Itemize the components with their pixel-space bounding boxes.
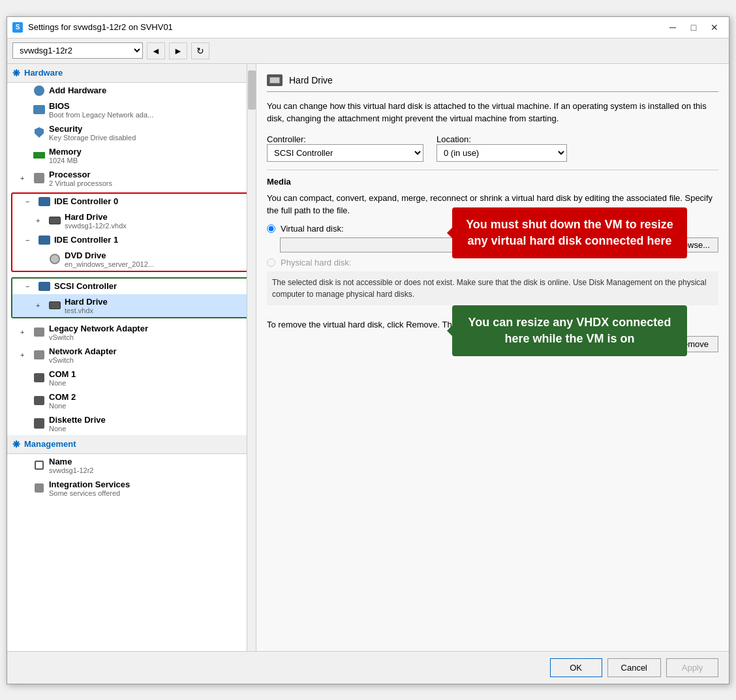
dvd-label: DVD Drive [65, 251, 154, 260]
sidebar-item-scsi-hdd[interactable]: + Hard Drive test.vhdx [12, 294, 251, 317]
window-icon: S [12, 22, 23, 33]
bios-label: BIOS [49, 101, 153, 111]
sidebar-item-scsi[interactable]: − SCSI Controller [12, 279, 251, 294]
com2-label: COM 2 [49, 392, 76, 402]
legacy-net-icon [34, 327, 44, 337]
back-button[interactable]: ◄ [147, 42, 165, 59]
management-label: Management [24, 439, 76, 449]
bios-icon [33, 105, 45, 114]
legacy-net-label: Legacy Network Adapter [49, 324, 148, 333]
sidebar-item-memory[interactable]: Memory 1024 MB [7, 144, 256, 167]
ide0-hdd-expand: + [36, 217, 45, 224]
diskette-icon [34, 418, 44, 429]
vm-selector[interactable]: svwdsg1-12r2 [12, 42, 143, 59]
scsi-hdd-sub: test.vhdx [65, 307, 108, 314]
com2-sub: None [49, 402, 76, 410]
com1-icon [34, 373, 44, 382]
sidebar-item-com1[interactable]: COM 1 None [7, 367, 256, 389]
net-adapter-sub: vSwitch [49, 356, 117, 364]
memory-icon [33, 152, 45, 159]
minimize-button[interactable]: ─ [664, 21, 682, 34]
dvd-sub: en_windows_server_2012... [65, 260, 154, 268]
right-panel: Hard Drive You can change how this virtu… [256, 64, 729, 651]
integration-label: Integration Services [49, 479, 130, 489]
add-hardware-label: Add Hardware [49, 85, 106, 95]
window-title: Settings for svwdsg1-12r2 on SVHV01 [28, 22, 173, 32]
sidebar-item-integration[interactable]: Integration Services Some services offer… [7, 477, 256, 500]
media-title: Media [267, 177, 718, 187]
sidebar-item-com2[interactable]: COM 2 None [7, 389, 256, 412]
ide0-expand: − [25, 198, 35, 205]
close-button[interactable]: ✕ [705, 21, 724, 34]
security-sub: Key Storage Drive disabled [49, 134, 136, 142]
management-section-header[interactable]: ❋ Management [7, 435, 256, 454]
add-icon [34, 85, 44, 96]
hardware-label: Hardware [24, 68, 63, 78]
location-select[interactable]: 0 (in use) [437, 144, 567, 162]
scsi-label: SCSI Controller [54, 281, 117, 291]
apply-button[interactable]: Apply [666, 658, 718, 677]
ide0-hdd-sub: svwdsg1-12r2.vhdx [65, 222, 127, 230]
maximize-button[interactable]: □ [684, 21, 703, 34]
ide0-label: IDE Controller 0 [54, 196, 118, 206]
hardware-section-header[interactable]: ❋ Hardware [7, 64, 256, 83]
sidebar-item-ide0[interactable]: − IDE Controller 0 [12, 194, 251, 209]
left-panel: ❋ Hardware Add Hardware BIOS Boot from L… [7, 64, 256, 651]
scsi-hdd-icon [49, 301, 61, 309]
cancel-button[interactable]: Cancel [607, 658, 661, 677]
management-chevron: ❋ [12, 439, 20, 449]
sidebar-item-dvd[interactable]: DVD Drive en_windows_server_2012... [12, 248, 251, 271]
scsi-hdd-label: Hard Drive [65, 297, 108, 307]
ide1-expand: − [25, 236, 35, 244]
hardware-chevron: ❋ [12, 68, 20, 78]
scsi-icon [38, 282, 50, 291]
name-icon [35, 461, 44, 470]
sidebar-item-ide0-hdd[interactable]: + Hard Drive svwdsg1-12r2.vhdx [12, 209, 251, 232]
sidebar-item-security[interactable]: Security Key Storage Drive disabled [7, 121, 256, 144]
memory-sub: 1024 MB [49, 157, 82, 164]
title-controls: ─ □ ✕ [664, 21, 724, 34]
ide-controller-box: − IDE Controller 0 + Hard Drive svwdsg1-… [11, 192, 252, 272]
controller-select[interactable]: SCSI Controller [267, 144, 423, 162]
legacy-net-sub: vSwitch [49, 333, 148, 341]
sidebar-item-legacy-net[interactable]: + Legacy Network Adapter vSwitch [7, 321, 256, 344]
callout-red-text: You must shut down the VM to resize any … [466, 218, 673, 247]
security-icon [35, 127, 44, 138]
ide0-hdd-label: Hard Drive [65, 212, 127, 222]
callout-green: You can resize any VHDX connected here w… [452, 305, 687, 356]
bottom-bar: OK Cancel Apply [7, 651, 729, 684]
sidebar-item-ide1[interactable]: − IDE Controller 1 [12, 232, 251, 248]
vhd-radio-label: Virtual hard disk: [281, 224, 344, 234]
sidebar-item-name[interactable]: Name svwdsg1-12r2 [7, 454, 256, 477]
com2-icon [34, 396, 44, 405]
scrollbar[interactable] [247, 64, 256, 651]
bios-sub: Boot from Legacy Network ada... [49, 111, 153, 119]
physical-radio-row: Physical hard disk: [267, 258, 718, 267]
net-adapter-expand: + [20, 351, 29, 359]
integration-sub: Some services offered [49, 489, 130, 497]
sidebar-item-diskette[interactable]: Diskette Drive None [7, 412, 256, 435]
physical-radio[interactable] [267, 258, 275, 267]
panel-title-icon [267, 74, 283, 86]
ide1-icon [38, 236, 50, 245]
physical-info-text: The selected disk is not accessible or d… [272, 278, 707, 299]
refresh-button[interactable]: ↻ [191, 42, 209, 59]
location-label: Location: [437, 134, 567, 144]
scsi-expand: − [25, 282, 35, 290]
physical-info-box: The selected disk is not accessible or d… [267, 271, 718, 305]
dvd-icon [50, 254, 60, 264]
ok-button[interactable]: OK [550, 658, 602, 677]
sidebar-item-processor[interactable]: + Processor 2 Virtual processors [7, 167, 256, 190]
diskette-label: Diskette Drive [49, 415, 106, 425]
sidebar-item-bios[interactable]: BIOS Boot from Legacy Network ada... [7, 99, 256, 121]
vhd-radio[interactable] [267, 224, 275, 233]
controller-label: Controller: [267, 134, 423, 144]
processor-sub: 2 Virtual processors [49, 179, 112, 187]
controller-location-row: Controller: SCSI Controller Location: 0 … [267, 134, 718, 162]
callout-green-text: You can resize any VHDX connected here w… [468, 316, 671, 345]
sidebar-item-net-adapter[interactable]: + Network Adapter vSwitch [7, 344, 256, 367]
panel-title-text: Hard Drive [289, 75, 333, 85]
forward-button[interactable]: ► [169, 42, 187, 59]
name-sub: svwdsg1-12r2 [49, 466, 93, 474]
sidebar-item-add-hardware[interactable]: Add Hardware [7, 83, 256, 99]
